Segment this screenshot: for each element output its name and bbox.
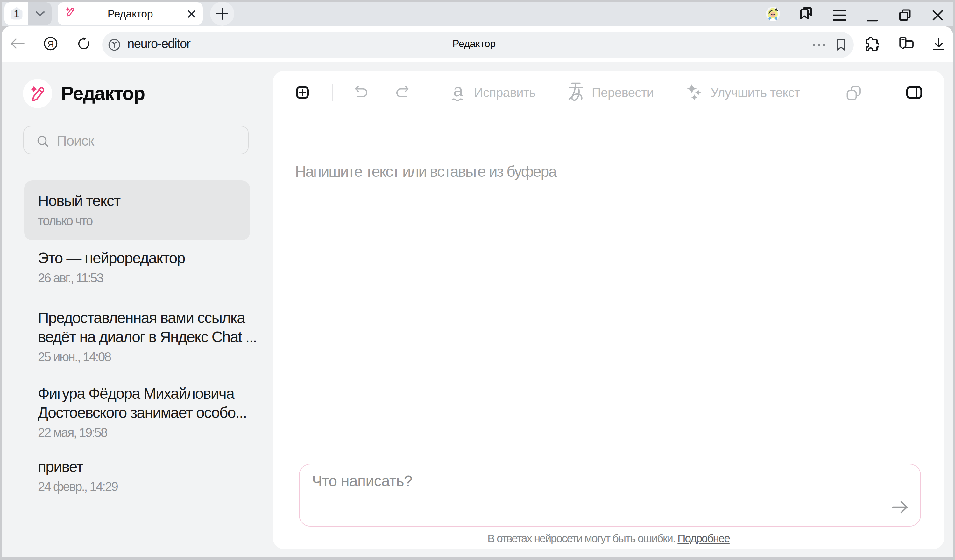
svg-text:a: a bbox=[453, 83, 463, 100]
svg-text:Я: Я bbox=[47, 39, 54, 49]
svg-text:1: 1 bbox=[14, 8, 19, 19]
